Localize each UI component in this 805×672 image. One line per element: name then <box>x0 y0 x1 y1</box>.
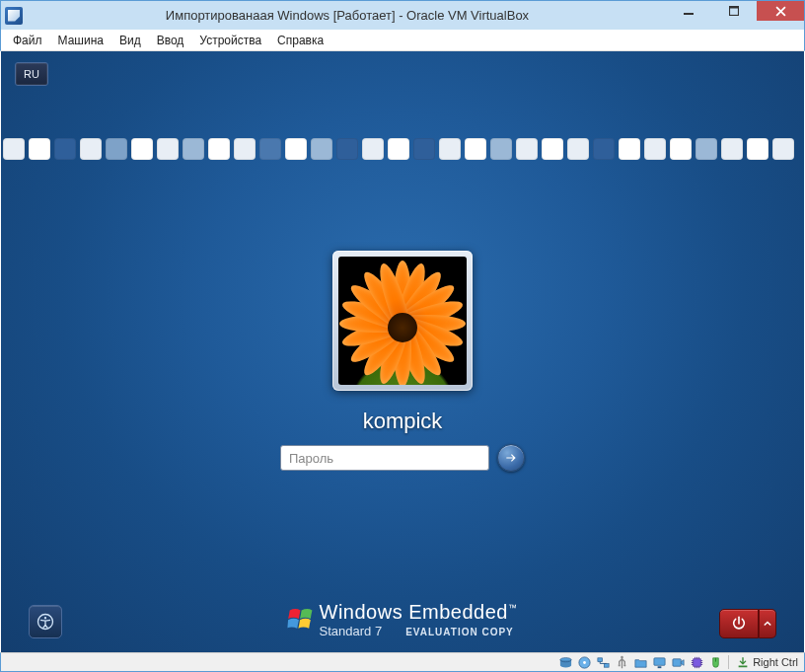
svg-rect-14 <box>654 657 665 665</box>
username-label: kompick <box>363 409 443 434</box>
ease-of-access-button[interactable] <box>29 605 62 638</box>
window-title: Импортированаая Windows [Работает] - Ora… <box>29 8 666 23</box>
window-titlebar: Импортированаая Windows [Работает] - Ora… <box>0 0 805 30</box>
power-button[interactable] <box>719 609 759 638</box>
maximize-button[interactable] <box>711 1 757 21</box>
power-icon <box>731 616 747 632</box>
host-key-label: Right Ctrl <box>753 656 798 668</box>
decorative-band <box>1 138 804 164</box>
brand-line1: Windows Embedded <box>320 601 508 623</box>
recording-icon[interactable] <box>670 654 686 670</box>
svg-point-13 <box>623 664 625 666</box>
svg-rect-12 <box>618 664 620 666</box>
svg-rect-17 <box>693 658 700 666</box>
host-key-indicator[interactable]: Right Ctrl <box>734 655 800 669</box>
mouse-integration-icon[interactable] <box>707 654 723 670</box>
shared-folder-icon[interactable] <box>632 654 648 670</box>
key-down-icon <box>736 655 750 669</box>
svg-point-8 <box>583 661 586 664</box>
menu-devices[interactable]: Устройства <box>191 32 269 49</box>
hard-disk-icon[interactable] <box>557 654 573 670</box>
svg-rect-2 <box>730 7 739 9</box>
submit-button[interactable] <box>497 444 525 472</box>
windows-flag-icon <box>288 605 314 631</box>
optical-disk-icon[interactable] <box>576 654 592 670</box>
language-indicator[interactable]: RU <box>15 62 48 86</box>
svg-rect-9 <box>598 657 603 661</box>
guest-viewport[interactable]: RU kompick Windows Embedded™ <box>1 51 804 652</box>
evaluation-label: EVALUATION COPY <box>405 627 514 637</box>
menu-machine[interactable]: Машина <box>50 32 111 49</box>
power-options-button[interactable] <box>759 609 776 638</box>
menu-help[interactable]: Справка <box>269 32 331 49</box>
svg-point-4 <box>44 617 46 619</box>
arrow-right-icon <box>504 451 518 465</box>
display-icon[interactable] <box>651 654 667 670</box>
vm-statusbar: Right Ctrl <box>0 652 805 672</box>
password-input[interactable] <box>280 445 489 471</box>
os-brand: Windows Embedded™ Standard 7 EVALUATION … <box>288 601 518 638</box>
chevron-up-icon <box>764 620 771 628</box>
brand-line2: Standard 7 <box>320 624 383 638</box>
svg-rect-0 <box>684 13 694 15</box>
svg-rect-16 <box>673 658 681 666</box>
minimize-button[interactable] <box>666 1 711 21</box>
svg-point-11 <box>621 655 622 657</box>
accessibility-icon <box>36 612 55 632</box>
svg-rect-18 <box>739 666 748 668</box>
menu-input[interactable]: Ввод <box>149 32 192 49</box>
user-avatar-tile[interactable] <box>332 251 473 391</box>
usb-icon[interactable] <box>614 654 629 670</box>
network-icon[interactable] <box>595 654 611 670</box>
menu-view[interactable]: Вид <box>111 32 149 49</box>
virtualbox-icon <box>5 7 23 25</box>
menubar: Файл Машина Вид Ввод Устройства Справка <box>0 30 805 51</box>
processor-icon[interactable] <box>689 654 704 670</box>
svg-rect-10 <box>604 663 609 667</box>
svg-rect-15 <box>657 666 661 668</box>
close-button[interactable] <box>757 1 804 21</box>
menu-file[interactable]: Файл <box>5 32 50 49</box>
